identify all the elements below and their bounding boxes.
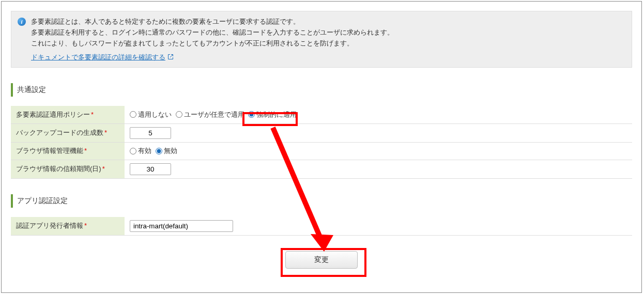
policy-label: 多要素認証適用ポリシー* [11,106,125,123]
browser-info-radio-group: 有効 無効 [130,148,179,156]
policy-radio-group: 適用しない ユーザが任意で適用 強制的に適用 [130,112,299,119]
backup-count-input[interactable] [130,127,171,139]
submit-button[interactable]: 変更 [285,251,358,269]
trust-days-input[interactable] [130,163,171,175]
section-common-settings: 共通設定 [11,83,632,97]
svg-marker-2 [311,234,333,252]
info-line-1: 多要素認証とは、本人であると特定するために複数の要素をユーザに要求する認証です。 [31,17,394,27]
info-line-2: 多要素認証を利用すると、ログイン時に通常のパスワードの他に、確認コードを入力する… [31,27,394,38]
browser-info-option-1[interactable]: 無効 [156,146,177,156]
policy-option-2[interactable]: 強制的に適用 [248,110,297,119]
policy-option-0[interactable]: 適用しない [130,110,172,119]
app-auth-table: 認証アプリ発行者情報* [11,217,632,236]
info-line-3: これにより、もしパスワードが盗まれてしまったとしてもアカウントが不正に利用される… [31,38,394,49]
browser-info-option-0[interactable]: 有効 [130,146,151,156]
issuer-input[interactable] [130,220,233,232]
external-link-icon [167,54,174,61]
section-app-auth: アプリ認証設定 [11,194,632,208]
docs-link[interactable]: ドキュメントで多要素認証の詳細を確認する [31,53,174,62]
issuer-label: 認証アプリ発行者情報* [11,217,125,236]
backup-count-label: バックアップコードの生成数* [11,123,125,142]
policy-option-1[interactable]: ユーザが任意で適用 [176,110,244,119]
docs-link-label: ドキュメントで多要素認証の詳細を確認する [31,53,165,62]
common-settings-table: 多要素認証適用ポリシー* 適用しない ユーザが任意で適用 強制的に適用 バックア… [11,106,632,179]
browser-info-label: ブラウザ情報管理機能* [11,142,125,160]
info-icon: i [18,18,26,26]
trust-days-label: ブラウザ情報の信頼期間(日)* [11,160,125,178]
info-banner: i 多要素認証とは、本人であると特定するために複数の要素をユーザに要求する認証で… [11,11,632,68]
